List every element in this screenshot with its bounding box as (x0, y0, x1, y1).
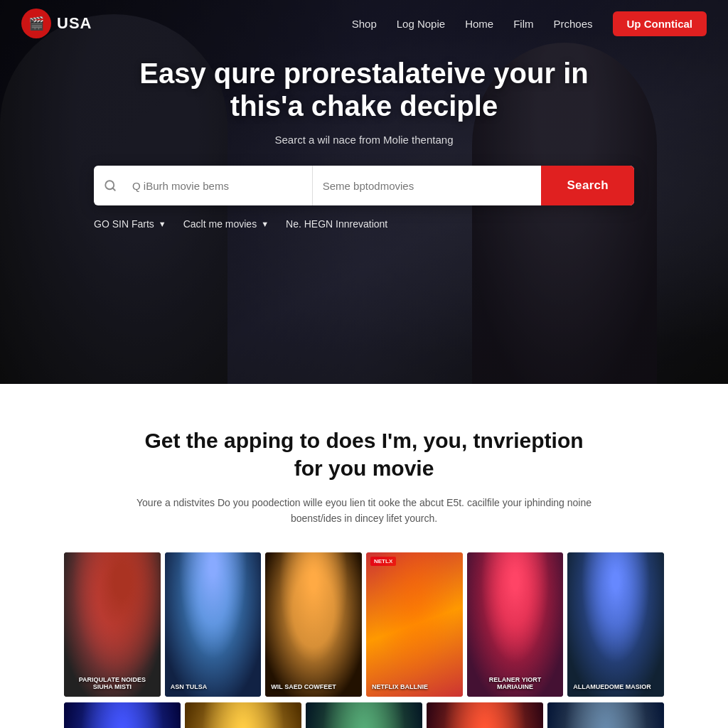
chevron-down-icon-1: ▼ (159, 220, 166, 228)
brand: 🎬 USA (21, 9, 92, 38)
movie-grid-row2: DARK SERIES CITY DRAMA ACTION FILM THR (43, 702, 685, 728)
svg-line-1 (112, 188, 114, 190)
nav-link-shop[interactable]: Shop (352, 18, 377, 30)
filter-label-2: Caclt me movies (183, 218, 257, 230)
nav-links: Shop Log Nopie Home Film Prchoes Up Conn… (352, 11, 707, 36)
brand-logo: 🎬 (21, 9, 51, 38)
navbar: 🎬 USA Shop Log Nopie Home Film Prchoes U… (0, 0, 728, 47)
filter-neheginnovation[interactable]: Ne. HEGN Innrevationt (286, 218, 387, 230)
search-bar: Search (94, 166, 634, 205)
filter-cactlmemovies[interactable]: Caclt me movies ▼ (183, 218, 269, 230)
filter-label-1: GO SIN Farts (94, 218, 154, 230)
movie-card-6[interactable]: ALLAMUEDOME MASIOR (567, 552, 664, 697)
nav-link-home[interactable]: Home (465, 18, 493, 30)
search-input-title[interactable] (127, 166, 313, 205)
movie-card-3[interactable]: WIL SAED COWFEET (265, 552, 362, 697)
hero-content: Easy qure prorestalateive your in this'a… (0, 57, 728, 230)
promo-description: Youre a ndistvites Do you poodection wil… (115, 495, 613, 527)
movie-card-5[interactable]: RELANER YIORT MARIAUINE (467, 552, 564, 697)
hero-subtitle: Searct a wil nace from Molie thentang (275, 134, 454, 146)
movie-card-7[interactable]: DARK SERIES (64, 702, 181, 728)
promo-title: Get the apping to does I'm, you, tnvriep… (136, 427, 592, 482)
movie-card-1[interactable]: PARIQULATE NOIDES SIUHA MISTI (64, 552, 161, 697)
search-icon (94, 179, 127, 192)
movie-grid-row1: PARIQULATE NOIDES SIUHA MISTI ASN TULSA … (43, 552, 685, 697)
movie-card-8[interactable]: CITY DRAMA (185, 702, 301, 728)
movie-card-2[interactable]: ASN TULSA (165, 552, 262, 697)
nav-link-lognopie[interactable]: Log Nopie (397, 18, 445, 30)
nav-link-film[interactable]: Film (513, 18, 533, 30)
filter-label-3: Ne. HEGN Innrevationt (286, 218, 387, 230)
movie-card-10[interactable]: THRILLER (427, 702, 543, 728)
hero-title: Easy qure prorestalateive your in this'a… (115, 57, 613, 122)
search-input-genre[interactable] (313, 166, 542, 205)
nav-link-prchoes[interactable]: Prchoes (553, 18, 592, 30)
movie-card-4[interactable]: NETLX NETFLIX BALLNIE (366, 552, 463, 697)
hero-section: 🎬 USA Shop Log Nopie Home Film Prchoes U… (0, 0, 728, 384)
nav-cta-button[interactable]: Up Conntical (613, 11, 707, 36)
promo-section: Get the apping to does I'm, you, tnvriep… (0, 384, 728, 728)
filter-gosinfarts[interactable]: GO SIN Farts ▼ (94, 218, 166, 230)
search-button[interactable]: Search (541, 166, 634, 205)
filter-row: GO SIN Farts ▼ Caclt me movies ▼ Ne. HEG… (94, 218, 634, 230)
movie-card-11[interactable]: Fai lonmonisite (547, 702, 664, 728)
movie-card-9[interactable]: ACTION FILM (306, 702, 422, 728)
brand-name: USA (57, 14, 92, 33)
chevron-down-icon-2: ▼ (261, 220, 269, 228)
